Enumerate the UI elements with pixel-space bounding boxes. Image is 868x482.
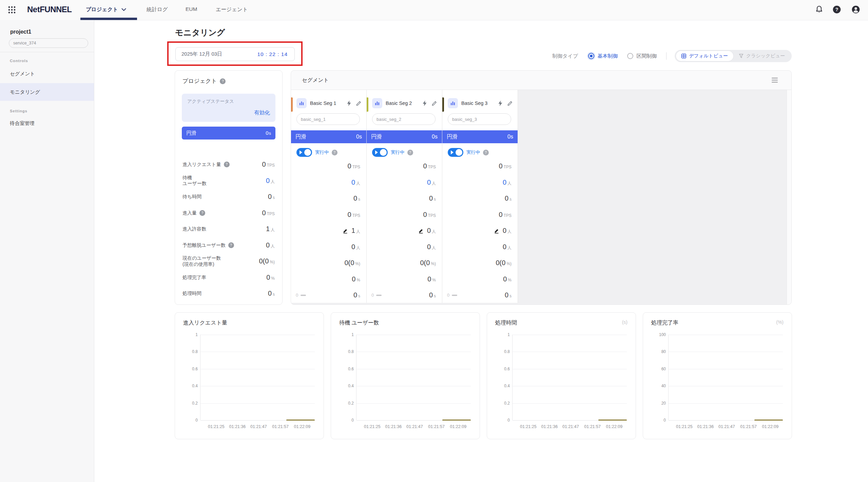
metric-unit: s xyxy=(509,294,512,298)
tab-eum[interactable]: EUM xyxy=(186,6,197,12)
segment-metric-row: 0 % xyxy=(371,271,436,288)
bell-icon[interactable] xyxy=(815,5,824,14)
help-icon[interactable]: ? xyxy=(483,150,489,155)
data-series-line xyxy=(754,420,783,421)
hamburger-icon[interactable] xyxy=(772,76,778,84)
metric-number: 0 xyxy=(423,162,427,170)
metric-value: 1 人 xyxy=(266,225,275,233)
tab-stats-log[interactable]: 統計ログ xyxy=(147,6,168,13)
segment-metric-row: 1 人 xyxy=(296,223,360,239)
metric-label-text: 進入リクエスト量 xyxy=(182,162,221,168)
chart-title: 処理時間 xyxy=(495,319,517,327)
chart-header: 処理完了率 (%) xyxy=(651,319,784,327)
segment-key-input[interactable] xyxy=(296,113,360,125)
segment-metric-row: 0 人 xyxy=(447,223,512,239)
edit-pencil-icon[interactable] xyxy=(343,228,348,234)
help-icon[interactable]: ? xyxy=(224,162,230,167)
sidebar-item-waiting-room[interactable]: 待合室管理 xyxy=(0,114,94,132)
metric-label: 進入リクエスト量 ? xyxy=(182,162,230,168)
help-icon[interactable]: ? xyxy=(199,210,205,216)
metric-value: 0 TPS xyxy=(348,211,360,219)
top-nav-bar: NetFUNNEL プロジェクト 統計ログ EUM エージェント ? xyxy=(0,0,868,20)
radio-section-control[interactable]: 区間制御 xyxy=(627,53,657,59)
help-icon[interactable]: ? xyxy=(228,242,234,248)
segment-color-stripe xyxy=(442,97,444,112)
help-icon[interactable]: ? xyxy=(407,150,413,155)
netfunnel-monitoring-page: NetFUNNEL プロジェクト 統計ログ EUM エージェント ? proje… xyxy=(0,0,868,482)
metric-number: 0 xyxy=(262,161,266,168)
segment-key-input[interactable] xyxy=(372,113,436,125)
y-tick-label: 20 xyxy=(651,401,666,406)
status-banner-unit: s xyxy=(435,134,438,140)
toggle-label: 実行中 xyxy=(391,149,405,155)
metric-unit: s xyxy=(358,197,360,202)
bar-chart-icon xyxy=(296,98,307,108)
running-toggle[interactable] xyxy=(372,148,388,157)
y-tick-label: 0.8 xyxy=(183,349,198,354)
pencil-icon[interactable] xyxy=(432,100,437,106)
metric-value: 0 TPS xyxy=(499,211,512,219)
sidebar-item-monitoring[interactable]: モニタリング xyxy=(0,83,94,101)
metric-number: 0 xyxy=(348,211,351,219)
service-input[interactable] xyxy=(9,38,88,48)
active-status-value[interactable]: 有効化 xyxy=(187,109,270,116)
metric-label-text: 処理完了率 xyxy=(182,275,206,281)
metric-row: 進入許容数 1 人 xyxy=(182,221,275,237)
apps-grid-icon[interactable] xyxy=(7,5,16,14)
project-status-banner: 円滑 0s xyxy=(182,127,275,140)
segment-actions xyxy=(422,100,437,106)
running-toggle[interactable] xyxy=(448,148,463,157)
x-tick-label: 01:21:25 xyxy=(676,424,693,429)
tab-agent[interactable]: エージェント xyxy=(216,6,248,13)
metric-number: 0 xyxy=(503,275,507,283)
sidebar-item-segment[interactable]: セグメント xyxy=(0,65,94,82)
metric-label-text: 進入量 xyxy=(182,210,197,216)
metric-unit: 人 xyxy=(356,229,360,235)
segment-metric-row: 0 人 xyxy=(296,174,360,191)
x-tick-label: 01:21:36 xyxy=(697,424,714,429)
gridline xyxy=(513,403,627,404)
y-tick-label: 0.6 xyxy=(495,367,510,371)
edit-pencil-icon[interactable] xyxy=(418,228,424,234)
lightning-icon[interactable] xyxy=(422,100,427,106)
y-tick-label: 40 xyxy=(651,384,666,388)
chart-plot: 100806040200 xyxy=(668,335,783,420)
radio-basic-control[interactable]: 基本制御 xyxy=(588,53,618,59)
metric-value: 0 % xyxy=(503,275,512,283)
classic-view-button[interactable]: クラシックビュー xyxy=(733,51,790,61)
lightning-icon[interactable] xyxy=(498,100,503,106)
segment-key-input[interactable] xyxy=(448,113,511,125)
tab-project[interactable]: プロジェクト xyxy=(86,6,126,13)
segment-metric-row: 0 人 xyxy=(296,239,360,255)
help-icon[interactable]: ? xyxy=(220,78,226,84)
lightning-icon[interactable] xyxy=(347,100,351,106)
mini-legend-value: 0 xyxy=(447,293,449,298)
metric-unit: TPS xyxy=(352,165,360,169)
scrollbar-track[interactable] xyxy=(787,90,791,305)
mini-legend: 0 xyxy=(371,293,382,298)
metric-number: 1 xyxy=(351,227,355,235)
mini-legend: 0 xyxy=(447,293,457,298)
segment-metric-row: 0 s xyxy=(296,190,360,207)
segment-metrics: 0 TPS 0 人 0 s 0 TPS 0 xyxy=(367,158,442,303)
metric-number: 1 xyxy=(266,225,270,233)
segment-card: Basic Seg 2 円滑 0s 実行中 ? 0 TPS xyxy=(367,90,442,303)
metric-value: 0 人 xyxy=(427,179,436,186)
edit-pencil-icon[interactable] xyxy=(494,228,499,234)
running-toggle[interactable] xyxy=(296,148,312,157)
default-view-button[interactable]: デフォルトビュー xyxy=(676,51,733,61)
pencil-icon[interactable] xyxy=(507,100,513,106)
divider xyxy=(666,52,667,60)
metric-value: 0 人 xyxy=(351,243,360,251)
segment-metric-row: 0 TPS xyxy=(447,207,512,223)
help-icon[interactable]: ? xyxy=(332,150,337,155)
pencil-icon[interactable] xyxy=(356,100,362,106)
segment-metrics: 0 TPS 0 人 0 s 0 TPS 1 xyxy=(291,158,366,303)
metric-unit: 人 xyxy=(432,229,436,235)
gridline xyxy=(200,386,315,386)
account-icon[interactable] xyxy=(851,5,860,14)
metric-unit: TPS xyxy=(428,165,436,169)
metric-unit: s xyxy=(358,294,360,298)
segment-metric-row: 0 s xyxy=(371,190,436,207)
help-icon[interactable]: ? xyxy=(832,5,841,14)
